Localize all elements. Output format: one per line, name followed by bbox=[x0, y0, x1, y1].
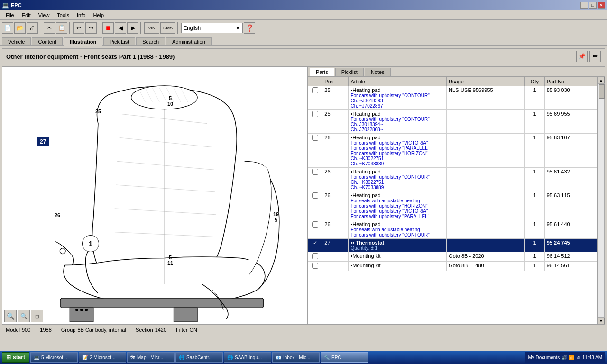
filter-label: Filter bbox=[176, 327, 187, 333]
parts-scrollbar[interactable]: ▲ ▼ bbox=[597, 77, 605, 324]
illustration-panel: 510 25 27 26 1 511 195 🔍 🔍 ⊡ bbox=[2, 66, 308, 325]
toolbar-forward[interactable]: ▶ bbox=[127, 22, 138, 34]
table-row[interactable]: 26 •Heating pad For cars with upholstery… bbox=[308, 168, 597, 191]
section-label: Section bbox=[136, 327, 153, 333]
taskbar-item-epc[interactable]: 🔧 EPC bbox=[321, 352, 368, 363]
scroll-up-arrow[interactable]: ▲ bbox=[598, 77, 605, 83]
toolbar-dms[interactable]: DMS bbox=[160, 22, 175, 34]
menu-help[interactable]: Help bbox=[89, 11, 108, 19]
row-checkbox[interactable] bbox=[312, 253, 318, 259]
row-checkbox[interactable] bbox=[312, 111, 318, 117]
start-button[interactable]: ⊞ start bbox=[2, 352, 29, 363]
toolbar-vin[interactable]: VIN bbox=[144, 22, 159, 34]
taskbar-item-6[interactable]: 📧 Inbox - Mic... bbox=[272, 352, 320, 363]
table-row[interactable]: 26 •Heating pad For seats with adjustabl… bbox=[308, 220, 597, 239]
row-checkbox[interactable] bbox=[312, 135, 318, 141]
row-checkbox[interactable] bbox=[312, 221, 318, 228]
menu-view[interactable]: View bbox=[35, 11, 54, 19]
row-checkbox[interactable] bbox=[312, 263, 318, 269]
scroll-thumb[interactable] bbox=[599, 84, 605, 99]
language-value: English bbox=[184, 25, 201, 31]
toolbar-sep2 bbox=[69, 22, 71, 34]
tab-picklist[interactable]: Pick List bbox=[103, 37, 135, 46]
taskbar-label-6: Inbox - Mic... bbox=[283, 355, 310, 360]
language-dropdown[interactable]: English ▼ bbox=[181, 23, 243, 33]
app-icon: 💻 bbox=[2, 2, 9, 9]
row-checkbox[interactable] bbox=[312, 87, 318, 93]
tab-vehicle[interactable]: Vehicle bbox=[2, 37, 31, 46]
nav-tabs: Vehicle Content Illustration Pick List S… bbox=[0, 36, 607, 46]
qty-cell: 1 bbox=[525, 239, 544, 252]
fit-button[interactable]: ⊡ bbox=[31, 310, 43, 322]
table-row[interactable]: •Mounting kit Goto 8B - 2020 1 96 14 512 bbox=[308, 252, 597, 262]
parts-table-wrap: Pos Article Usage Qty Part No. 25 bbox=[308, 77, 605, 324]
tab-content[interactable]: Content bbox=[32, 37, 63, 46]
taskbar-item-5[interactable]: 🌐 SAAB Inqu... bbox=[224, 352, 271, 363]
col-pos[interactable]: Pos bbox=[322, 77, 349, 86]
toolbar-cut[interactable]: ✂ bbox=[44, 22, 55, 34]
col-qty[interactable]: Qty bbox=[525, 77, 544, 86]
usage-cell bbox=[447, 220, 525, 239]
pos-cell: 25 bbox=[322, 110, 349, 134]
menu-info[interactable]: Info bbox=[73, 11, 89, 19]
usage-cell bbox=[447, 110, 525, 134]
toolbar-open[interactable]: 📂 bbox=[14, 22, 26, 34]
taskbar-item-3[interactable]: 🗺 Map - Micr... bbox=[127, 352, 175, 363]
toolbar-back[interactable]: ◀ bbox=[115, 22, 126, 34]
toolbar-stop[interactable]: ■ bbox=[102, 22, 114, 34]
close-button[interactable]: × bbox=[598, 2, 605, 9]
zoom-out-button[interactable]: 🔍 bbox=[18, 310, 30, 322]
article-cell: •Heating pad For cars with upholstery "C… bbox=[349, 110, 447, 134]
tab-search[interactable]: Search bbox=[136, 37, 165, 46]
svg-point-14 bbox=[80, 309, 83, 311]
edit-button[interactable]: ✏ bbox=[589, 51, 601, 62]
parts-tab-parts[interactable]: Parts bbox=[310, 68, 334, 76]
table-row[interactable]: 25 •Heating pad For cars with upholstery… bbox=[308, 110, 597, 134]
tab-administration[interactable]: Administration bbox=[166, 37, 212, 46]
menu-file[interactable]: File bbox=[2, 11, 18, 19]
table-row-selected[interactable]: ✓ 27 •• Thermostat Quantity: ± 1 1 95 24… bbox=[308, 239, 597, 252]
group-label: Group bbox=[61, 327, 76, 333]
scroll-down-arrow[interactable]: ▼ bbox=[598, 318, 605, 324]
col-partno[interactable]: Part No. bbox=[544, 77, 597, 86]
row-checkbox[interactable] bbox=[312, 169, 318, 175]
col-article[interactable]: Article bbox=[349, 77, 447, 86]
toolbar-redo[interactable]: ↪ bbox=[85, 22, 97, 34]
maximize-button[interactable]: □ bbox=[589, 2, 597, 9]
toolbar-help[interactable]: ❓ bbox=[244, 22, 255, 34]
toolbar-copy[interactable]: 📋 bbox=[56, 22, 67, 34]
taskbar-icons: 🔊 📶 🖥 bbox=[561, 355, 580, 360]
toolbar-sep1 bbox=[40, 22, 42, 34]
col-usage[interactable]: Usage bbox=[447, 77, 525, 86]
status-group: Group 8B Car body, internal bbox=[61, 327, 126, 333]
callout-1: 1 bbox=[82, 235, 99, 252]
menu-edit[interactable]: Edit bbox=[18, 11, 35, 19]
parts-tab-notes[interactable]: Notes bbox=[365, 68, 391, 76]
taskbar-icon-5: 🌐 bbox=[227, 355, 233, 360]
table-row[interactable]: 25 •Heating pad For cars with upholstery… bbox=[308, 86, 597, 110]
taskbar-docs[interactable]: My Documents bbox=[528, 355, 560, 360]
partno-cell: 95 61 440 bbox=[544, 220, 597, 239]
zoom-in-button[interactable]: 🔍 bbox=[4, 310, 17, 322]
page-title-bar: Other interior equipment - Front seats P… bbox=[2, 48, 605, 64]
toolbar-print[interactable]: 🖨 bbox=[27, 22, 38, 34]
table-row[interactable]: 26 •Heating pad For cars with upholstery… bbox=[308, 134, 597, 168]
toolbar-undo[interactable]: ↩ bbox=[73, 22, 84, 34]
minimize-button[interactable]: _ bbox=[580, 2, 588, 9]
table-row[interactable]: 26 •Heating pad For seats with adjustabl… bbox=[308, 191, 597, 220]
svg-point-13 bbox=[75, 309, 78, 311]
toolbar-new[interactable]: 📄 bbox=[2, 22, 13, 34]
partno-cell: 96 14 512 bbox=[544, 252, 597, 262]
taskbar-item-4[interactable]: 🌐 SaabCentr... bbox=[175, 352, 223, 363]
taskbar-item-1[interactable]: 💻 5 Microsof... bbox=[30, 352, 78, 363]
toolbar-sep3 bbox=[99, 22, 101, 34]
illustration-toolbar: 🔍 🔍 ⊡ bbox=[4, 310, 43, 322]
pin-button[interactable]: 📌 bbox=[576, 51, 588, 62]
menu-tools[interactable]: Tools bbox=[53, 11, 73, 19]
tab-illustration[interactable]: Illustration bbox=[64, 37, 102, 46]
parts-tab-picklist[interactable]: Picklist bbox=[335, 68, 364, 76]
row-checkbox[interactable] bbox=[312, 192, 318, 199]
table-row[interactable]: •Mounting kit Goto 8B - 1480 1 96 14 561 bbox=[308, 262, 597, 271]
taskbar-item-2[interactable]: 📝 2 Microsof... bbox=[79, 352, 126, 363]
pos-cell: 25 bbox=[322, 86, 349, 110]
